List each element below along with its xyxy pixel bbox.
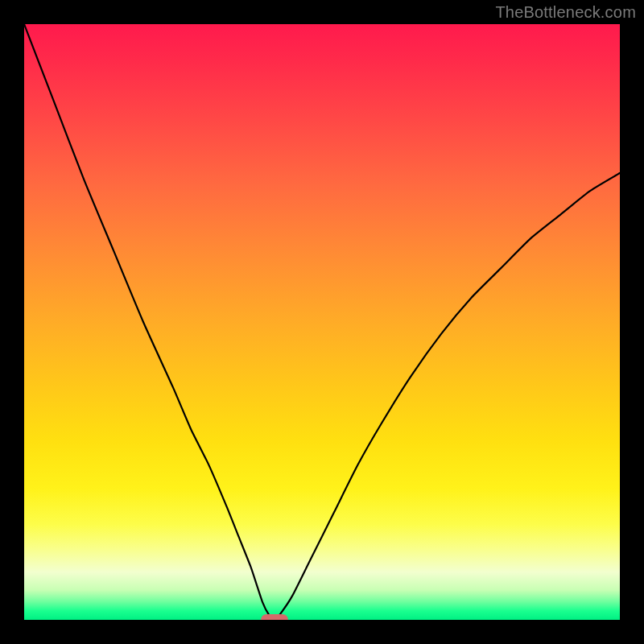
optimal-marker bbox=[261, 614, 288, 620]
bottleneck-curve bbox=[24, 24, 620, 620]
watermark-text: TheBottleneck.com bbox=[495, 3, 636, 22]
plot-area bbox=[24, 24, 620, 620]
chart-frame: TheBottleneck.com bbox=[0, 0, 644, 644]
